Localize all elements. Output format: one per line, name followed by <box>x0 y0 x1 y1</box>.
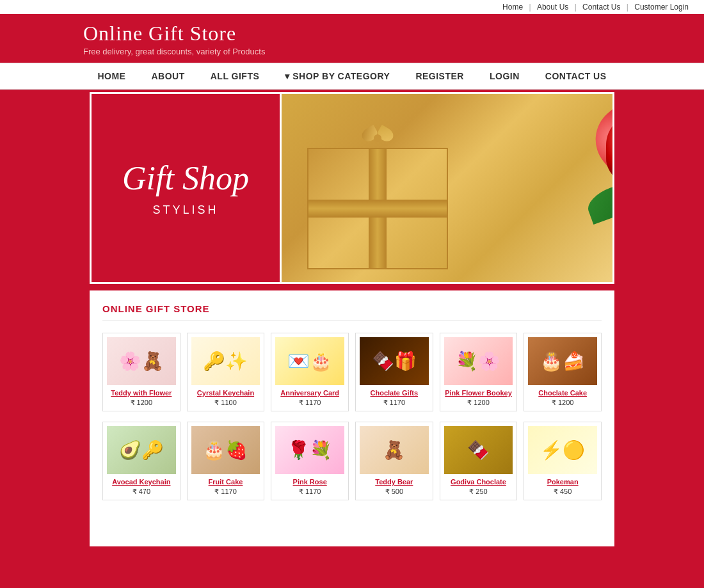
product-pink-rose[interactable]: 🌹💐 Pink Rose ₹ 1170 <box>271 422 349 500</box>
home-toplink[interactable]: Home <box>502 3 523 12</box>
product-price: ₹ 1200 <box>528 399 597 407</box>
product-name: Cyrstal Keychain <box>191 389 260 397</box>
product-pink-flower[interactable]: 💐🌸 Pink Flower Bookey ₹ 1200 <box>440 333 518 411</box>
product-teddy-bear[interactable]: 🧸 Teddy Bear ₹ 500 <box>355 422 433 500</box>
product-image: 🎂🍰 <box>528 337 597 385</box>
product-name: Avocad Keychain <box>107 478 176 486</box>
product-image: 🌹💐 <box>275 426 344 474</box>
product-price: ₹ 1200 <box>444 399 513 407</box>
banner-right <box>282 92 614 284</box>
nav-about[interactable]: ABOUT <box>138 63 197 89</box>
product-name: Pink Rose <box>275 478 344 486</box>
product-name: Teddy with Flower <box>107 389 176 397</box>
nav-shop-category[interactable]: ▾ SHOP BY CATEGORY <box>272 63 403 89</box>
product-price: ₹ 1200 <box>107 399 176 407</box>
nav-contact[interactable]: CONTACT US <box>532 63 620 89</box>
product-name: Teddy Bear <box>360 478 429 486</box>
product-anniversary-card[interactable]: 💌🎂 Anniversary Card ₹ 1170 <box>271 333 349 411</box>
login-toplink[interactable]: Customer Login <box>634 3 689 12</box>
product-name: Godiva Choclate <box>444 478 513 486</box>
product-image: 🎂🍓 <box>191 426 260 474</box>
product-crystal-keychain[interactable]: 🔑✨ Cyrstal Keychain ₹ 1100 <box>187 333 265 411</box>
product-name: Pink Flower Bookey <box>444 389 513 397</box>
hero-banner: Gift Shop STYLISH <box>90 92 614 284</box>
banner-subtitle: STYLISH <box>152 203 218 217</box>
product-image: 🍫🎁 <box>360 337 429 385</box>
products-row-1: 🌸🧸 Teddy with Flower ₹ 1200 🔑✨ Cyrstal K… <box>102 333 602 411</box>
nav-login[interactable]: LOGIN <box>477 63 532 89</box>
product-image: 🧸 <box>360 426 429 474</box>
nav-register[interactable]: REGISTER <box>403 63 477 89</box>
product-fruit-cake[interactable]: 🎂🍓 Fruit Cake ₹ 1170 <box>187 422 265 500</box>
product-image: 🥑🔑 <box>107 426 176 474</box>
product-image: 🔑✨ <box>191 337 260 385</box>
main-content: ONLINE GIFT STORE 🌸🧸 Teddy with Flower ₹… <box>90 290 614 546</box>
product-price: ₹ 1100 <box>191 399 260 407</box>
product-price: ₹ 1170 <box>275 399 344 407</box>
main-nav: HOME ABOUT ALL GIFTS ▾ SHOP BY CATEGORY … <box>0 63 704 90</box>
product-name: Anniversary Card <box>275 389 344 397</box>
product-choclate-gifts[interactable]: 🍫🎁 Choclate Gifts ₹ 1170 <box>355 333 433 411</box>
site-subtitle: Free delivery, great discounts, variety … <box>83 47 691 56</box>
contact-toplink[interactable]: Contact Us <box>582 3 620 12</box>
product-image: ⚡🟡 <box>528 426 597 474</box>
product-price: ₹ 1170 <box>360 399 429 407</box>
product-price: ₹ 450 <box>528 488 597 496</box>
product-teddy-flower[interactable]: 🌸🧸 Teddy with Flower ₹ 1200 <box>102 333 180 411</box>
banner-left: Gift Shop STYLISH <box>90 92 282 284</box>
header: Online Gift Store Free delivery, great d… <box>0 14 704 63</box>
product-name: Choclate Cake <box>528 389 597 397</box>
product-pokemon[interactable]: ⚡🟡 Pokeman ₹ 450 <box>524 422 602 500</box>
product-image: 💐🌸 <box>444 337 513 385</box>
top-bar: Home | About Us | Contact Us | Customer … <box>0 0 704 14</box>
site-title: Online Gift Store <box>83 22 691 45</box>
nav-all-gifts[interactable]: ALL GIFTS <box>198 63 273 89</box>
product-avocad-keychain[interactable]: 🥑🔑 Avocad Keychain ₹ 470 <box>102 422 180 500</box>
product-price: ₹ 1170 <box>275 488 344 496</box>
product-choclate-cake[interactable]: 🎂🍰 Choclate Cake ₹ 1200 <box>524 333 602 411</box>
banner-title: Gift Shop <box>122 159 249 197</box>
product-image: 🌸🧸 <box>107 337 176 385</box>
product-price: ₹ 500 <box>360 488 429 496</box>
product-image: 💌🎂 <box>275 337 344 385</box>
about-toplink[interactable]: About Us <box>537 3 568 12</box>
products-row-2: 🥑🔑 Avocad Keychain ₹ 470 🎂🍓 Fruit Cake ₹… <box>102 422 602 500</box>
product-price: ₹ 250 <box>444 488 513 496</box>
section-title: ONLINE GIFT STORE <box>102 303 602 321</box>
product-price: ₹ 1170 <box>191 488 260 496</box>
product-name: Pokeman <box>528 478 597 486</box>
product-name: Fruit Cake <box>191 478 260 486</box>
nav-home[interactable]: HOME <box>84 63 138 89</box>
product-price: ₹ 470 <box>107 488 176 496</box>
product-godiva-choclate[interactable]: 🍫 Godiva Choclate ₹ 250 <box>440 422 518 500</box>
product-name: Choclate Gifts <box>360 389 429 397</box>
product-image: 🍫 <box>444 426 513 474</box>
